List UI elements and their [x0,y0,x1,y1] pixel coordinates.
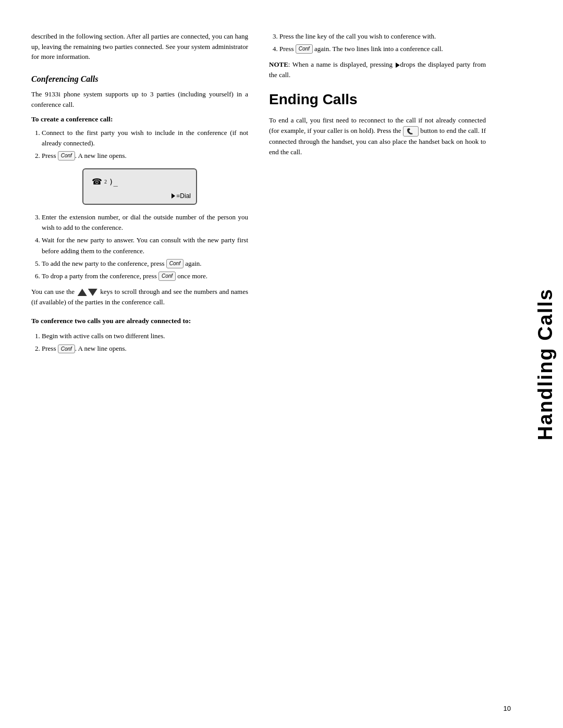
scroll-keys [78,289,97,296]
handset-icon [406,128,415,135]
create-steps-list-cont: Enter the extension number, or dial the … [42,212,248,281]
two-calls-step-1: Begin with active calls on two different… [42,331,248,341]
intro-paragraph: described in the following section. Afte… [31,31,248,62]
right-steps-list: Press the line key of the call you wish … [279,31,486,54]
drop-arrow-icon [396,63,400,68]
dial-arrow-icon [172,193,175,199]
dial-label: =Dial [172,192,191,200]
scroll-text: You can use the keys to scroll through a… [31,287,248,307]
create-step-5: To add the new party to the conference, … [42,258,248,269]
create-step-3: Enter the extension number, or dial the … [42,212,248,233]
conf-button-step5: Conf [166,259,183,268]
cursor-char: )_ [109,178,118,186]
conf-button-step2: Conf [58,151,75,161]
create-step-1: Connect to the first party you wish to i… [42,128,248,149]
left-column: described in the following section. Afte… [31,31,248,360]
create-heading: To create a conference call: [31,115,248,124]
scroll-down-icon [88,289,97,296]
dial-text: =Dial [176,192,191,200]
superscript-2: 2 [104,179,107,184]
create-steps-list: Connect to the first party you wish to i… [42,128,248,161]
right-col-steps: Press the line key of the call you wish … [269,31,486,81]
two-calls-step-2: Press Conf. A new line opens. [42,343,248,354]
note-label: NOTE [269,60,288,68]
sidebar-title-text: Handling Calls [535,288,555,440]
conferencing-heading: Conferencing Calls [31,75,248,84]
phone-symbol: ☎ [92,177,102,187]
right-step-3: Press the line key of the call you wish … [279,31,486,42]
screen-diagram: ☎ 2 )_ =Dial [82,168,197,205]
screen-inner: ☎ 2 )_ [92,177,188,187]
page-number: 10 [504,705,511,712]
screen-line1: ☎ 2 )_ [92,177,118,187]
create-step-2: Press Conf. A new line opens. [42,151,248,161]
conferencing-intro: The 9133i phone system supports up to 3 … [31,89,248,110]
conf-button-step6: Conf [158,272,176,281]
handset-icon-box [403,126,419,137]
note-paragraph: NOTE: When a name is displayed, pressing… [269,59,486,80]
main-content: described in the following section. Afte… [0,31,528,360]
create-step-4: Wait for the new party to answer. You ca… [42,235,248,256]
two-calls-steps-list: Begin with active calls on two different… [42,331,248,354]
scroll-up-icon [78,289,87,296]
page: Handling Calls described in the followin… [0,0,563,728]
right-column: Press the line key of the call you wish … [269,31,486,360]
create-step-6: To drop a party from the conference, pre… [42,271,248,281]
two-calls-heading: To conference two calls you are already … [31,316,248,327]
conf-button-two-calls: Conf [58,344,75,354]
conf-button-right: Conf [296,44,313,54]
ending-text: To end a call, you first need to reconne… [269,115,486,157]
ending-title: Ending Calls [269,91,486,108]
right-step-4: Press Conf again. The two lines link int… [279,44,486,54]
sidebar-title-bar: Handling Calls [528,0,563,728]
